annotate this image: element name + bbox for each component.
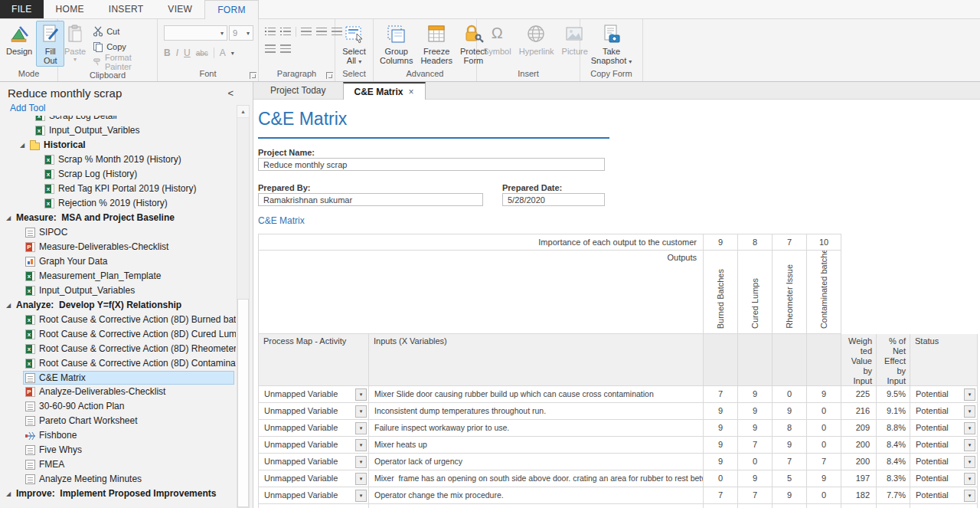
score-cell[interactable]: 0 [704, 470, 738, 487]
input-variable-cell[interactable]: Operator lack of urgency [369, 454, 704, 470]
tree-item[interactable]: Root Cause & Corrective Action (8D) Cont… [0, 356, 236, 371]
importance-value-cell[interactable]: 9 [704, 234, 738, 251]
input-variable-cell[interactable]: Mixer Slide door causing rubber build up… [369, 386, 704, 403]
tree-item[interactable]: FMEA [0, 457, 236, 472]
tree-item[interactable]: Pareto Chart Worksheet [0, 414, 236, 428]
activity-dropdown[interactable]: Unmapped Variable▾ [258, 420, 369, 437]
input-variable-cell[interactable]: Operator change the mix procedure. [369, 487, 704, 504]
tree-item[interactable]: Scrap Log (History) [0, 167, 236, 182]
design-button[interactable]: Design [2, 21, 36, 57]
score-cell[interactable]: 0 [738, 454, 773, 470]
sidebar-collapse-icon[interactable]: < [225, 87, 236, 99]
dropdown-button[interactable]: ▾ [964, 422, 975, 434]
tree-item[interactable]: Rejection % 2019 (History) [0, 196, 236, 211]
status-dropdown[interactable]: Potential▾ [910, 403, 978, 420]
dropdown-button[interactable]: ▾ [964, 456, 975, 468]
score-cell[interactable]: 9 [738, 470, 773, 487]
activity-cell[interactable] [258, 504, 369, 508]
score-cell[interactable]: 7 [704, 487, 738, 504]
activity-dropdown[interactable]: Unmapped Variable▾ [258, 437, 369, 454]
score-cell[interactable]: 7 [773, 454, 807, 470]
ribbon-tab-home[interactable]: HOME [44, 0, 96, 18]
tree-item[interactable]: Measurement_Plan_Template [0, 269, 236, 283]
score-cell[interactable]: 7 [807, 454, 841, 470]
importance-value-cell[interactable]: 8 [738, 234, 773, 251]
tree-item[interactable]: Graph Your Data [0, 254, 236, 269]
score-cell[interactable]: 9 [704, 420, 738, 437]
score-cell[interactable]: 9 [773, 487, 807, 504]
activity-dropdown[interactable]: Unmapped Variable▾ [258, 454, 369, 470]
score-cell[interactable]: 7 [704, 386, 738, 403]
importance-value-cell[interactable]: 10 [807, 234, 841, 251]
output-header-cell[interactable]: Cured Lumps [738, 251, 773, 334]
tree-item[interactable]: SIPOC [0, 225, 236, 240]
score-cell[interactable]: 8 [773, 420, 807, 437]
input-variable-cell[interactable]: Mixer heats up [369, 437, 704, 454]
tree-item[interactable]: Root Cause & Corrective Action (8D) Cure… [0, 327, 236, 342]
prepared-date-field[interactable] [502, 193, 605, 206]
dropdown-button[interactable]: ▾ [355, 405, 367, 418]
status-dropdown[interactable]: Potential▾ [910, 420, 978, 437]
dropdown-button[interactable]: ▾ [355, 490, 367, 502]
cut-button[interactable]: Cut [90, 24, 155, 39]
tree-item[interactable]: 30-60-90 Action Plan [0, 399, 236, 414]
score-cell[interactable]: 9 [704, 437, 738, 454]
score-cell[interactable]: 9 [773, 403, 807, 420]
dropdown-button[interactable]: ▾ [964, 405, 975, 418]
score-cell[interactable]: 0 [773, 386, 807, 403]
score-cell[interactable]: 9 [704, 454, 738, 470]
tree-item[interactable]: Measure-Deliverables-Checklist [0, 240, 236, 254]
tree-item[interactable]: Red Tag KPI Portal 2019 (History) [0, 182, 236, 196]
score-cell[interactable]: 0 [807, 437, 841, 454]
tree-item[interactable]: Input_Output_Varibles [0, 123, 236, 138]
score-cell[interactable] [738, 504, 773, 508]
output-header-cell[interactable]: Burned Batches [704, 251, 738, 334]
score-cell[interactable]: 9 [773, 437, 807, 454]
score-cell[interactable]: 9 [738, 386, 773, 403]
tab-project-today[interactable]: Project Today [253, 82, 343, 99]
dropdown-button[interactable]: ▾ [964, 388, 975, 401]
expander-icon[interactable]: ◢ [6, 487, 16, 501]
prepared-by-field[interactable] [258, 193, 483, 206]
output-header-cell[interactable]: Rheometer Issue [773, 251, 807, 334]
score-cell[interactable]: 9 [807, 386, 841, 403]
copy-button[interactable]: Copy [90, 39, 155, 54]
importance-value-cell[interactable]: 7 [773, 234, 807, 251]
take-snapshot-button[interactable]: Take Snapshot ▾ [587, 21, 636, 68]
activity-dropdown[interactable]: Unmapped Variable▾ [258, 487, 369, 504]
tree-item[interactable]: Root Cause & Corrective Action (8D) Burn… [0, 313, 236, 327]
status-dropdown[interactable]: Potential▾ [910, 487, 978, 504]
score-cell[interactable] [807, 504, 841, 508]
sidebar-scrollbar[interactable]: ▲ [237, 105, 250, 508]
status-cell[interactable] [910, 504, 978, 508]
expander-icon[interactable]: ◢ [20, 138, 30, 152]
tree-folder-historical[interactable]: ◢Historical [0, 138, 236, 152]
tree-item[interactable]: Fishbone [0, 428, 236, 443]
score-cell[interactable] [704, 504, 738, 508]
score-cell[interactable]: 9 [738, 420, 773, 437]
ribbon-tab-insert[interactable]: INSERT [96, 0, 156, 18]
score-cell[interactable]: 0 [807, 487, 841, 504]
dropdown-button[interactable]: ▾ [355, 439, 367, 451]
score-cell[interactable]: 5 [773, 470, 807, 487]
tree-item[interactable]: Five Whys [0, 443, 236, 457]
status-dropdown[interactable]: Potential▾ [910, 454, 978, 470]
tree-item[interactable]: Input_Output_Variables [0, 283, 236, 298]
dropdown-button[interactable]: ▾ [355, 456, 367, 468]
activity-dropdown[interactable]: Unmapped Variable▾ [258, 403, 369, 420]
freeze-headers-button[interactable]: Freeze Headers [416, 21, 456, 67]
dropdown-button[interactable]: ▾ [964, 490, 975, 502]
project-name-field[interactable] [258, 158, 605, 171]
tree-item[interactable]: Scrap % Month 2019 (History) [0, 152, 236, 167]
score-cell[interactable]: 7 [738, 437, 773, 454]
scrollbar-thumb[interactable] [237, 299, 249, 507]
status-dropdown[interactable]: Potential▾ [910, 470, 978, 487]
score-cell[interactable]: 7 [738, 487, 773, 504]
expander-icon[interactable]: ◢ [6, 211, 16, 225]
score-cell[interactable]: 9 [704, 403, 738, 420]
tree-item-ce-matrix-selected[interactable]: C&E Matrix [23, 371, 234, 385]
dropdown-button[interactable]: ▾ [355, 388, 367, 401]
ribbon-tab-file[interactable]: FILE [0, 0, 44, 18]
group-columns-button[interactable]: Group Columns [376, 21, 416, 67]
output-header-cell[interactable]: Contaminated batches [807, 251, 841, 334]
